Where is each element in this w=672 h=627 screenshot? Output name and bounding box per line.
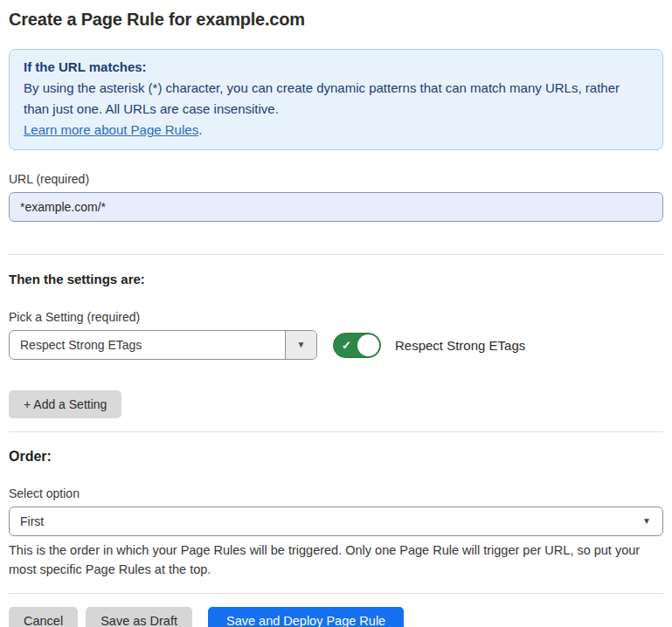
link-suffix: . (198, 122, 202, 137)
save-draft-button[interactable]: Save as Draft (86, 607, 192, 627)
order-help-text: This is the order in which your Page Rul… (9, 541, 660, 579)
order-select-label: Select option (9, 486, 663, 500)
info-box-body: By using the asterisk (*) character, you… (24, 78, 648, 120)
footer-actions: Cancel Save as Draft Save and Deploy Pag… (9, 607, 663, 627)
setting-picker-label: Pick a Setting (required) (9, 310, 663, 324)
info-box-heading: If the URL matches: (24, 57, 648, 78)
learn-more-link[interactable]: Learn more about Page Rules (24, 122, 198, 137)
setting-row: Respect Strong ETags ▼ ✓ Respect Strong … (9, 330, 663, 360)
chevron-down-icon: ▼ (642, 517, 651, 526)
url-input[interactable] (9, 192, 663, 222)
footer-divider (9, 593, 663, 594)
add-setting-button[interactable]: + Add a Setting (9, 390, 121, 418)
url-field-label: URL (required) (9, 172, 663, 186)
setting-select-value: Respect Strong ETags (10, 331, 285, 359)
order-select-value: First (10, 507, 662, 535)
toggle-label: Respect Strong ETags (395, 338, 525, 353)
section-divider (9, 254, 663, 255)
section-divider (9, 431, 663, 432)
order-select[interactable]: First ▼ (9, 506, 663, 536)
page-title: Create a Page Rule for example.com (9, 10, 663, 30)
setting-select-arrow-button[interactable]: ▼ (285, 331, 316, 359)
settings-section-heading: Then the settings are: (9, 272, 663, 286)
url-match-info-box: If the URL matches: By using the asteris… (9, 49, 663, 150)
toggle-knob (357, 334, 379, 356)
info-box-link-line: Learn more about Page Rules. (24, 120, 648, 141)
setting-toggle[interactable]: ✓ (333, 333, 381, 358)
cancel-button[interactable]: Cancel (9, 607, 78, 627)
setting-select[interactable]: Respect Strong ETags ▼ (9, 330, 317, 360)
create-page-rule-form: Create a Page Rule for example.com If th… (0, 0, 672, 627)
save-deploy-button[interactable]: Save and Deploy Page Rule (208, 607, 404, 627)
chevron-down-icon: ▼ (297, 341, 306, 349)
order-section-heading: Order: (9, 449, 663, 465)
check-icon: ✓ (342, 339, 351, 352)
